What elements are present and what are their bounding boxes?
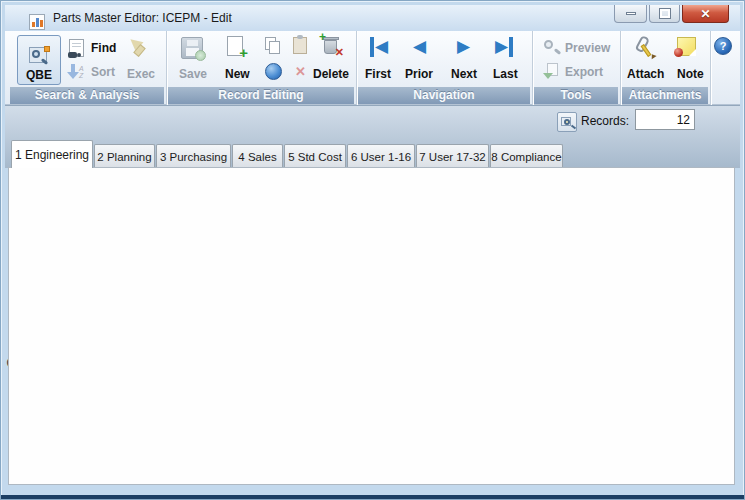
tab-sales[interactable]: 4 Sales (232, 144, 283, 168)
engineering-tab-panel (8, 167, 735, 485)
next-button[interactable]: Next (451, 67, 477, 81)
group-label-navigation: Navigation (358, 87, 530, 104)
toolbar: QBE Find AZ Sort Exec Search & Analysis … (5, 31, 740, 105)
exec-icon[interactable] (127, 37, 149, 59)
group-search-analysis: QBE Find AZ Sort Exec Search & Analysis (9, 31, 167, 105)
save-button[interactable]: Save (179, 67, 207, 81)
group-label-attachments: Attachments (622, 87, 708, 104)
records-count-input[interactable] (635, 109, 695, 130)
app-icon (29, 14, 45, 30)
preview-icon[interactable] (543, 39, 561, 55)
save-icon[interactable] (181, 37, 203, 59)
sort-icon[interactable]: AZ (67, 63, 83, 81)
export-button[interactable]: Export (565, 65, 603, 79)
export-icon[interactable] (543, 63, 559, 79)
find-icon[interactable] (69, 39, 84, 57)
group-label-tools: Tools (534, 87, 618, 104)
exec-button[interactable]: Exec (127, 67, 155, 81)
find-button[interactable]: Find (91, 41, 116, 55)
minimize-button[interactable] (614, 5, 647, 23)
prior-button[interactable]: Prior (405, 67, 433, 81)
tab-user-17-32[interactable]: 7 User 17-32 (416, 144, 489, 168)
help-button[interactable]: ? (714, 37, 732, 55)
tab-purchasing[interactable]: 3 Purchasing (156, 144, 231, 168)
tab-user-1-16[interactable]: 6 User 1-16 (347, 144, 415, 168)
attach-button[interactable]: Attach (627, 67, 664, 81)
close-button[interactable]: ✕ (682, 5, 729, 23)
records-label: Records: (575, 114, 629, 128)
minimize-icon (626, 12, 636, 15)
group-label-search-analysis: Search & Analysis (10, 87, 164, 104)
new-button[interactable]: New (225, 67, 250, 81)
cancel-x-icon[interactable]: ✕ (295, 64, 306, 79)
delete-button[interactable]: Delete (313, 67, 349, 81)
close-icon: ✕ (700, 7, 710, 21)
qbe-label: QBE (26, 68, 52, 82)
qbe-button[interactable]: QBE (17, 35, 61, 85)
new-icon[interactable]: + (227, 36, 243, 56)
last-icon[interactable]: ▶ (495, 37, 513, 57)
paste-icon[interactable] (293, 37, 307, 54)
parts-master-editor-window: Parts Master Editor: ICEPM - Edit ✕ QBE … (0, 0, 745, 500)
qbe-icon (28, 46, 50, 68)
sort-button[interactable]: Sort (91, 65, 115, 79)
help-icon: ? (720, 40, 727, 52)
group-navigation: ◀ First ◀ Prior ▶ Next ▶ Last Navigation (357, 31, 533, 105)
records-search-icon[interactable] (557, 112, 577, 132)
first-button[interactable]: First (365, 67, 391, 81)
window-bottom-edge (1, 495, 744, 499)
tab-planning[interactable]: 2 Planning (94, 144, 155, 168)
note-button[interactable]: Note (677, 67, 704, 81)
maximize-icon (660, 9, 670, 18)
last-button[interactable]: Last (493, 67, 518, 81)
refresh-globe-icon[interactable] (265, 63, 282, 80)
next-icon[interactable]: ▶ (457, 37, 470, 57)
preview-button[interactable]: Preview (565, 41, 610, 55)
first-icon[interactable]: ◀ (370, 37, 388, 57)
group-record-editing: Save + New ✕ +✕ Delete Record Editing (167, 31, 357, 105)
tab-engineering[interactable]: 1 Engineering (11, 140, 93, 168)
tab-compliance[interactable]: 8 Compliance (490, 144, 563, 168)
window-title: Parts Master Editor: ICEPM - Edit (53, 11, 232, 25)
tab-std-cost[interactable]: 5 Std Cost (284, 144, 346, 168)
group-attachments: Attach Note Attachments (621, 31, 711, 105)
copy-icon[interactable] (265, 37, 283, 55)
group-tools: Preview Export Tools (533, 31, 621, 105)
prior-icon[interactable]: ◀ (413, 37, 426, 57)
group-label-record-editing: Record Editing (168, 87, 354, 104)
note-icon[interactable] (677, 37, 696, 56)
attach-icon[interactable] (635, 35, 655, 57)
delete-icon[interactable]: +✕ (323, 36, 339, 55)
maximize-button[interactable] (649, 5, 680, 23)
